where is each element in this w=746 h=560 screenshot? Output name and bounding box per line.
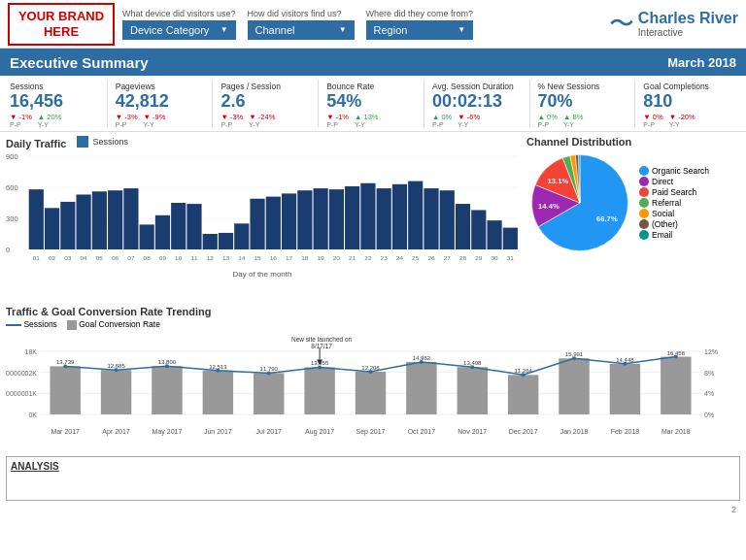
svg-text:Mar 2018: Mar 2018 xyxy=(661,428,691,435)
svg-text:17: 17 xyxy=(286,254,293,261)
svg-text:13: 13 xyxy=(222,254,230,261)
svg-rect-60 xyxy=(440,190,455,249)
svg-text:4%: 4% xyxy=(704,390,714,397)
svg-rect-38 xyxy=(266,197,281,249)
legend-color xyxy=(639,209,649,218)
logo-wave-icon: 〜 xyxy=(609,7,634,41)
stat-pp-val: ▼ -3% xyxy=(220,113,243,121)
stat-value: 16,456 xyxy=(10,91,103,113)
page-number: 2 xyxy=(0,505,746,514)
stat-yy-val: ▲ 13% xyxy=(355,113,379,121)
svg-point-127 xyxy=(216,369,220,373)
svg-rect-64 xyxy=(471,210,486,249)
stat-changes: ▲ 0% P-P ▼ -6% Y-Y xyxy=(432,113,526,128)
filter-group: What device did visitors use? Device Cat… xyxy=(122,9,601,40)
svg-text:900: 900 xyxy=(6,152,18,161)
svg-rect-48 xyxy=(345,186,359,249)
stat-yy-label: Y-Y xyxy=(144,121,166,128)
filter-channel-label: How did visitors find us? xyxy=(248,9,355,18)
trending-chart-svg: 18K12%12.000000000000002K8%6.00000000000… xyxy=(6,332,740,439)
stat-label: Avg. Session Duration xyxy=(432,82,526,91)
chevron-down-icon2: ▼ xyxy=(339,25,347,34)
svg-text:16: 16 xyxy=(270,254,278,261)
svg-rect-14 xyxy=(77,194,91,249)
svg-rect-8 xyxy=(29,189,44,249)
stat-pp-val: ▼ -1% xyxy=(10,113,32,121)
legend-item: Paid Search xyxy=(639,187,709,197)
legend-label: Direct xyxy=(652,177,673,186)
analysis-box: ANALYSIS xyxy=(6,456,740,501)
svg-text:8%: 8% xyxy=(704,369,714,376)
svg-rect-68 xyxy=(503,228,518,249)
svg-text:24: 24 xyxy=(396,254,404,261)
chevron-down-icon3: ▼ xyxy=(458,25,465,34)
stat-pp-label: P-P xyxy=(538,121,558,128)
stat-pp: ▼ -1% P-P xyxy=(326,113,349,128)
stat-changes: ▼ -1% P-P ▲ 20% Y-Y xyxy=(10,113,103,128)
svg-rect-112 xyxy=(508,375,538,414)
stat-changes: ▲ 0% P-P ▲ 8% Y-Y xyxy=(538,113,631,128)
svg-rect-12 xyxy=(60,202,75,249)
stat-yy-label: Y-Y xyxy=(669,121,695,128)
svg-text:03: 03 xyxy=(64,254,72,261)
svg-text:18K: 18K xyxy=(25,348,38,355)
header: YOUR BRAND HERE What device did visitors… xyxy=(0,0,746,49)
stat-label: Pages / Session xyxy=(220,82,314,91)
charts-area: Daily Traffic Sessions 900 600 300 0 010… xyxy=(0,132,746,302)
report-date: March 2018 xyxy=(667,55,736,70)
svg-text:0: 0 xyxy=(6,246,10,254)
svg-text:Apr 2017: Apr 2017 xyxy=(102,428,130,436)
stat-pp: ▲ 0% P-P xyxy=(432,113,452,128)
svg-text:12: 12 xyxy=(207,254,215,261)
svg-text:28: 28 xyxy=(459,254,467,261)
stat-yy-val: ▼ -24% xyxy=(249,113,275,121)
legend-label: Social xyxy=(652,209,674,218)
stat-yy: ▲ 13% Y-Y xyxy=(355,113,379,128)
legend-item: Organic Search xyxy=(639,166,709,176)
legend-label: Email xyxy=(652,230,672,240)
stat-label: Sessions xyxy=(10,82,103,91)
svg-text:Mar 2017: Mar 2017 xyxy=(51,428,80,435)
legend-label: Paid Search xyxy=(652,187,696,197)
stat-value: 54% xyxy=(326,91,420,113)
svg-point-136 xyxy=(674,354,678,358)
svg-text:6.000000000000001K: 6.000000000000001K xyxy=(6,390,37,397)
region-dropdown[interactable]: Region ▼ xyxy=(366,20,474,40)
svg-text:Jan 2018: Jan 2018 xyxy=(560,428,589,435)
legend-item: Email xyxy=(639,230,709,240)
stat-item: % New Sessions 70% ▲ 0% P-P ▲ 8% Y-Y xyxy=(534,80,636,127)
svg-rect-40 xyxy=(282,193,296,249)
legend-color xyxy=(639,230,649,240)
svg-text:23: 23 xyxy=(381,254,389,261)
brand-box: YOUR BRAND HERE xyxy=(8,3,115,46)
svg-rect-24 xyxy=(155,215,170,249)
channel-value: Channel xyxy=(255,24,295,36)
stat-yy: ▼ -6% Y-Y xyxy=(458,113,480,128)
legend-color xyxy=(639,187,649,197)
legend-color xyxy=(639,219,649,229)
svg-rect-115 xyxy=(559,358,589,414)
stat-yy: ▲ 8% Y-Y xyxy=(563,113,583,128)
svg-rect-10 xyxy=(45,208,59,249)
svg-rect-54 xyxy=(392,184,407,249)
svg-text:May 2017: May 2017 xyxy=(153,428,183,436)
stat-pp: ▲ 0% P-P xyxy=(538,113,558,128)
svg-text:66.7%: 66.7% xyxy=(596,214,618,223)
svg-point-132 xyxy=(470,365,474,369)
svg-text:Aug 2017: Aug 2017 xyxy=(305,428,334,436)
svg-text:600: 600 xyxy=(6,183,18,192)
device-category-dropdown[interactable]: Device Category ▼ xyxy=(122,20,236,40)
device-category-value: Device Category xyxy=(130,24,209,36)
svg-rect-118 xyxy=(610,364,640,414)
svg-point-124 xyxy=(63,364,67,368)
svg-rect-109 xyxy=(458,367,488,414)
stat-item: Pageviews 42,812 ▼ -3% P-P ▼ -9% Y-Y xyxy=(112,80,214,127)
stat-pp-label: P-P xyxy=(220,121,243,128)
svg-text:30: 30 xyxy=(491,254,498,261)
stat-yy-label: Y-Y xyxy=(563,121,583,128)
channel-distribution-chart: Channel Distribution 66.7%14.4%13.1% Org… xyxy=(526,136,740,298)
stat-item: Goal Completions 810 ▼ 0% P-P ▼ -20% Y-Y xyxy=(639,80,740,127)
svg-text:29: 29 xyxy=(475,254,483,261)
channel-dropdown[interactable]: Channel ▼ xyxy=(248,20,355,40)
stat-pp-val: ▲ 0% xyxy=(538,113,558,121)
